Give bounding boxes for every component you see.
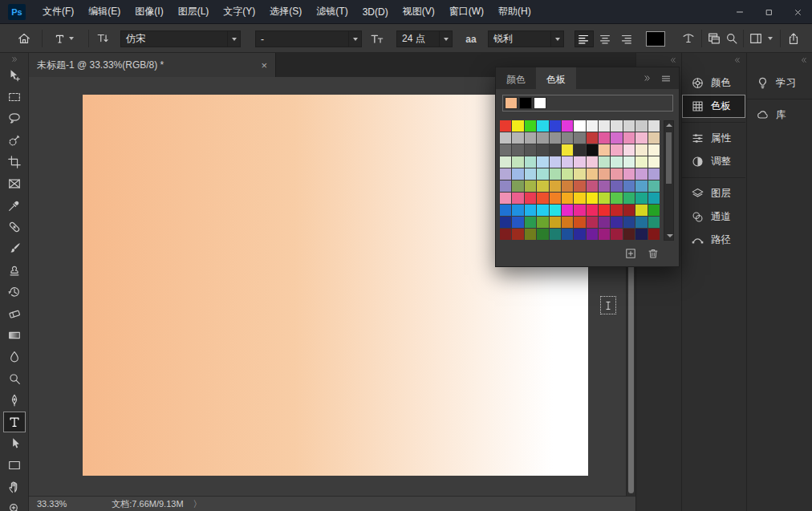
- font-style-select[interactable]: -: [255, 30, 362, 47]
- minimize-icon[interactable]: [725, 0, 754, 24]
- swatch[interactable]: [648, 132, 660, 144]
- move-tool[interactable]: [4, 66, 25, 85]
- swatch[interactable]: [525, 205, 536, 216]
- warp-text-icon[interactable]: [680, 30, 696, 47]
- swatch[interactable]: [550, 156, 561, 168]
- swatch[interactable]: [599, 229, 610, 240]
- swatch[interactable]: [599, 144, 610, 156]
- swatch[interactable]: [648, 205, 660, 216]
- swatch[interactable]: [562, 168, 573, 180]
- swatch[interactable]: [562, 205, 573, 216]
- swatch[interactable]: [623, 205, 635, 216]
- swatch[interactable]: [623, 180, 635, 192]
- swatch[interactable]: [525, 180, 536, 192]
- font-family-select[interactable]: 仿宋: [120, 30, 241, 47]
- history-brush-tool[interactable]: [4, 282, 25, 302]
- hand-tool[interactable]: [4, 477, 25, 497]
- recent-swatch[interactable]: [534, 97, 546, 109]
- menu-edit[interactable]: 编辑(E): [81, 0, 128, 23]
- swatch[interactable]: [500, 193, 511, 204]
- crop-tool[interactable]: [4, 152, 25, 172]
- swatch[interactable]: [635, 229, 647, 240]
- swatch[interactable]: [537, 205, 548, 216]
- collapse-panel-icon[interactable]: [643, 74, 652, 83]
- zoom-tool[interactable]: [4, 499, 25, 511]
- swatch[interactable]: [648, 217, 660, 228]
- swatch[interactable]: [599, 180, 610, 192]
- panel-button-channels[interactable]: 通道: [682, 205, 745, 229]
- recent-swatch[interactable]: [519, 97, 532, 109]
- swatch[interactable]: [537, 156, 548, 168]
- swatch[interactable]: [623, 132, 635, 144]
- swatch[interactable]: [635, 180, 647, 192]
- swatch[interactable]: [611, 193, 622, 204]
- swatch[interactable]: [537, 120, 548, 132]
- swatch[interactable]: [525, 168, 536, 180]
- swatch[interactable]: [587, 229, 598, 240]
- swatch[interactable]: [635, 156, 647, 168]
- text-orientation-icon[interactable]: [95, 30, 111, 47]
- swatch[interactable]: [550, 168, 561, 180]
- menu-type[interactable]: 文字(Y): [216, 0, 262, 23]
- swatch[interactable]: [623, 168, 635, 180]
- swatch[interactable]: [550, 193, 561, 204]
- swatch[interactable]: [537, 180, 548, 192]
- swatch[interactable]: [635, 205, 647, 216]
- swatch[interactable]: [512, 193, 523, 204]
- swatch[interactable]: [550, 229, 561, 240]
- panel-button-layers[interactable]: 图层: [682, 182, 745, 205]
- font-size-select[interactable]: 24 点: [396, 30, 453, 47]
- swatch[interactable]: [574, 132, 585, 144]
- scroll-up-icon[interactable]: [666, 124, 672, 127]
- swatch[interactable]: [500, 205, 511, 216]
- eyedropper-tool[interactable]: [4, 196, 25, 215]
- swatch[interactable]: [611, 132, 622, 144]
- menu-window[interactable]: 窗口(W): [442, 0, 491, 23]
- swatch[interactable]: [512, 144, 523, 156]
- swatch[interactable]: [525, 132, 536, 144]
- swatch[interactable]: [550, 144, 561, 156]
- eraser-tool[interactable]: [4, 304, 25, 323]
- menu-file[interactable]: 文件(F): [35, 0, 81, 23]
- swatch[interactable]: [611, 156, 622, 168]
- panel-button-adjustments[interactable]: 调整: [682, 150, 745, 173]
- swatch[interactable]: [587, 156, 598, 168]
- swatch[interactable]: [623, 144, 635, 156]
- swatch[interactable]: [635, 193, 647, 204]
- status-chevron-icon[interactable]: 〉: [193, 498, 202, 510]
- swatch[interactable]: [574, 120, 585, 132]
- swatch[interactable]: [500, 156, 511, 168]
- close-icon[interactable]: [783, 0, 812, 24]
- chevron-down-icon[interactable]: [348, 31, 361, 47]
- align-left-icon[interactable]: [574, 30, 594, 47]
- swatch[interactable]: [512, 180, 523, 192]
- swatch[interactable]: [550, 132, 561, 144]
- swatch[interactable]: [550, 180, 561, 192]
- swatch[interactable]: [587, 205, 598, 216]
- swatch[interactable]: [648, 193, 660, 204]
- swatch[interactable]: [648, 156, 660, 168]
- swatch[interactable]: [574, 180, 585, 192]
- swatch[interactable]: [537, 217, 548, 228]
- tab-color[interactable]: 颜色: [496, 67, 536, 89]
- type-tool-preset[interactable]: [48, 30, 79, 47]
- swatch[interactable]: [500, 168, 511, 180]
- swatch[interactable]: [611, 120, 622, 132]
- swatch[interactable]: [562, 193, 573, 204]
- blur-tool[interactable]: [4, 347, 25, 367]
- swatch[interactable]: [525, 156, 536, 168]
- swatch[interactable]: [574, 217, 585, 228]
- chevron-down-icon[interactable]: [439, 31, 452, 47]
- swatch[interactable]: [550, 217, 561, 228]
- swatch[interactable]: [611, 168, 622, 180]
- menu-view[interactable]: 视图(V): [396, 0, 442, 23]
- menu-select[interactable]: 选择(S): [262, 0, 309, 23]
- character-panel-icon[interactable]: [706, 30, 722, 47]
- path-selection-tool[interactable]: [4, 434, 25, 453]
- swatch[interactable]: [635, 217, 647, 228]
- pen-tool[interactable]: [4, 391, 25, 410]
- swatch[interactable]: [599, 217, 610, 228]
- swatch[interactable]: [500, 144, 511, 156]
- swatch[interactable]: [500, 180, 511, 192]
- swatch[interactable]: [562, 229, 573, 240]
